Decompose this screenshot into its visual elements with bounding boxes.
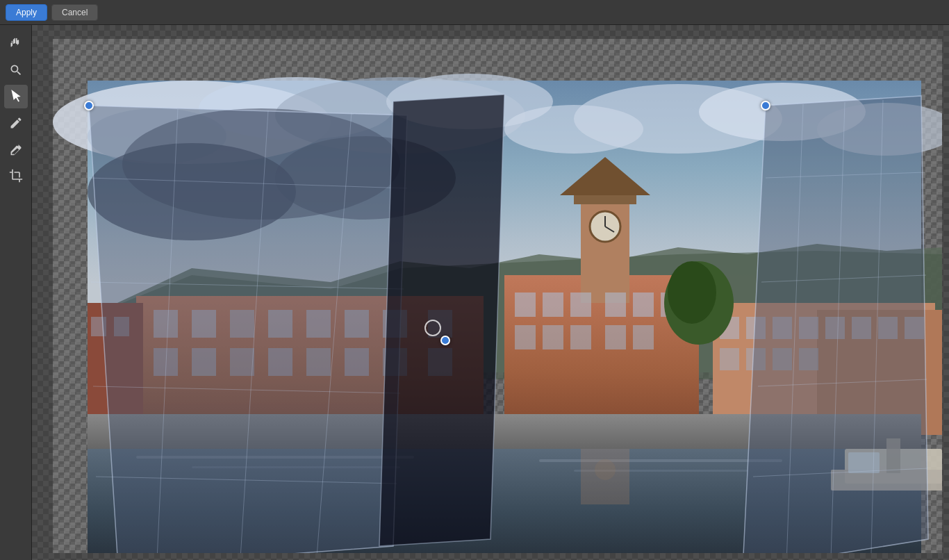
photo-canvas [53,39,942,553]
svg-rect-26 [428,310,452,338]
svg-rect-50 [570,325,591,349]
svg-rect-45 [605,293,626,317]
svg-rect-70 [91,317,106,336]
svg-rect-60 [852,317,871,339]
svg-rect-28 [192,348,216,376]
select-tool[interactable] [4,85,28,108]
svg-rect-73 [88,449,921,553]
svg-rect-76 [539,459,782,462]
svg-rect-21 [230,310,254,338]
svg-rect-29 [230,348,254,376]
svg-rect-44 [570,293,591,317]
svg-rect-74 [136,456,414,459]
svg-rect-64 [746,348,766,370]
zoom-tool[interactable] [4,58,28,82]
svg-rect-24 [345,310,369,338]
svg-rect-43 [543,293,563,317]
svg-rect-34 [428,348,452,376]
canvas-area [32,25,949,560]
svg-point-17 [275,136,456,220]
svg-rect-63 [720,348,739,370]
svg-rect-19 [154,310,178,338]
svg-rect-81 [848,452,880,473]
svg-rect-66 [799,348,818,370]
svg-rect-23 [306,310,331,338]
svg-rect-57 [773,317,792,339]
svg-rect-42 [515,293,536,317]
left-toolbar [0,25,32,560]
svg-rect-62 [905,317,924,339]
svg-rect-49 [543,325,563,349]
svg-rect-25 [383,310,407,338]
svg-rect-22 [268,310,292,338]
apply-button[interactable]: Apply [6,4,47,21]
svg-rect-33 [383,348,407,376]
svg-rect-52 [633,325,654,349]
svg-rect-65 [773,348,792,370]
svg-rect-59 [825,317,845,339]
pan-tool[interactable] [4,32,28,56]
svg-rect-58 [799,317,818,339]
svg-rect-61 [878,317,898,339]
svg-rect-71 [114,317,129,336]
svg-rect-46 [633,293,654,317]
svg-rect-48 [515,325,536,349]
svg-rect-32 [345,348,369,376]
svg-point-16 [88,143,296,240]
svg-point-68 [668,261,716,324]
svg-rect-27 [154,348,178,376]
svg-rect-72 [88,414,921,449]
svg-rect-75 [192,466,400,468]
svg-point-83 [595,459,616,480]
svg-rect-31 [306,348,331,376]
scene-image [53,39,942,553]
crop-tool[interactable] [4,164,28,188]
svg-rect-20 [192,310,216,338]
svg-rect-80 [886,438,900,473]
svg-rect-30 [268,348,292,376]
eraser-tool[interactable] [4,138,28,161]
top-toolbar: Apply Cancel [0,0,949,25]
svg-rect-51 [605,325,626,349]
cancel-button[interactable]: Cancel [51,4,98,21]
pen-tool[interactable] [4,111,28,135]
svg-rect-56 [746,317,766,339]
